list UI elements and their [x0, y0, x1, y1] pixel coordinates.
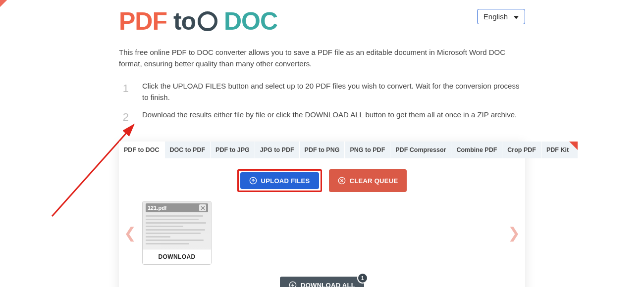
tab-pdf-compressor[interactable]: PDF Compressor: [390, 142, 451, 158]
tab-png-to-pdf[interactable]: PNG to PDF: [345, 142, 390, 158]
tab-doc-to-pdf[interactable]: DOC to PDF: [165, 142, 211, 158]
instruction-steps: 1 Click the UPLOAD FILES button and sele…: [119, 77, 525, 129]
upload-highlight-box: UPLOAD FILES: [237, 169, 322, 192]
tab-pdf-kit[interactable]: PDF Kit: [541, 142, 578, 158]
language-selected: English: [483, 12, 508, 21]
logo-part-2: to: [173, 9, 217, 34]
file-name: 121.pdf: [148, 205, 167, 211]
logo-part-1: PDF: [119, 7, 167, 35]
clear-queue-button[interactable]: CLEAR QUEUE: [329, 169, 407, 192]
tab-jpg-to-pdf[interactable]: JPG to PDF: [255, 142, 300, 158]
new-ribbon-icon: [566, 142, 578, 153]
page-corner-ribbon: [0, 0, 7, 7]
file-count-badge: 1: [357, 273, 368, 284]
close-icon: [201, 206, 205, 210]
download-all-button[interactable]: DOWNLOAD ALL 1: [280, 277, 364, 287]
file-card: 121.pdf DOWNLOAD: [142, 201, 212, 265]
tab-combine-pdf[interactable]: Combine PDF: [451, 142, 502, 158]
download-file-button[interactable]: DOWNLOAD: [143, 249, 211, 264]
converter-panel: PDF to DOC DOC to PDF PDF to JPG JPG to …: [119, 142, 525, 287]
step-1: 1 Click the UPLOAD FILES button and sele…: [119, 77, 525, 106]
close-circle-icon: [338, 177, 346, 185]
step-2: 2 Download the results either file by fi…: [119, 106, 525, 129]
tab-pdf-to-doc[interactable]: PDF to DOC: [119, 142, 165, 158]
download-icon: [289, 281, 297, 287]
carousel-next[interactable]: ❯: [506, 224, 522, 241]
carousel-prev[interactable]: ❮: [122, 224, 138, 241]
tab-bar: PDF to DOC DOC to PDF PDF to JPG JPG to …: [119, 142, 525, 158]
tab-crop-pdf[interactable]: Crop PDF: [502, 142, 541, 158]
logo-part-3: DOC: [224, 7, 277, 35]
file-thumbnail: 121.pdf: [143, 201, 211, 249]
thumbnail-preview-lines: [146, 215, 208, 244]
upload-icon: [249, 177, 257, 185]
refresh-icon: [198, 11, 217, 31]
tab-pdf-to-png[interactable]: PDF to PNG: [300, 142, 345, 158]
intro-text: This free online PDF to DOC converter al…: [119, 47, 525, 70]
logo: PDF to DOC: [119, 9, 277, 34]
upload-files-button[interactable]: UPLOAD FILES: [240, 172, 319, 189]
language-select[interactable]: English: [477, 9, 525, 24]
tab-pdf-to-jpg[interactable]: PDF to JPG: [211, 142, 255, 158]
remove-file-button[interactable]: [199, 204, 206, 211]
